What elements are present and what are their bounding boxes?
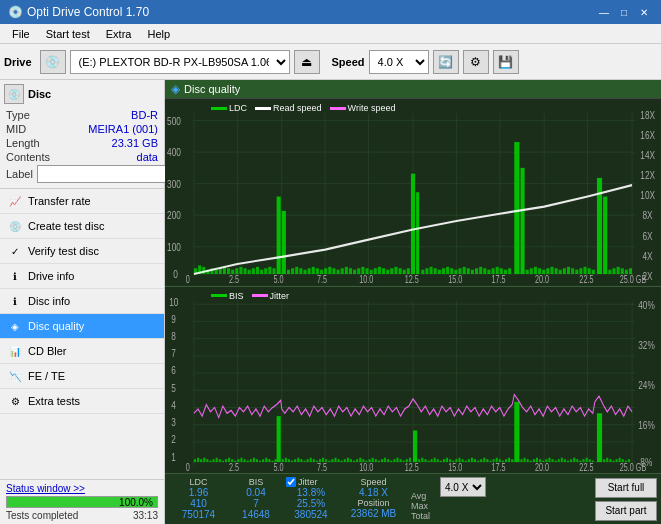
svg-rect-204 <box>222 460 224 461</box>
svg-rect-313 <box>567 460 569 461</box>
nav-disc-quality[interactable]: ◈ Disc quality <box>0 314 164 339</box>
svg-rect-140 <box>592 270 595 274</box>
titlebar: 💿 Opti Drive Control 1.70 — □ ✕ <box>0 0 661 24</box>
svg-rect-268 <box>424 459 426 462</box>
svg-rect-227 <box>294 459 296 462</box>
nav-extra-tests[interactable]: ⚙ Extra tests <box>0 389 164 414</box>
svg-rect-202 <box>216 457 218 461</box>
svg-rect-303 <box>536 457 538 461</box>
svg-rect-261 <box>400 459 402 462</box>
speed-select[interactable]: 4.0 X <box>369 50 429 74</box>
jitter-checkbox[interactable] <box>286 477 296 487</box>
disc-label-input[interactable] <box>37 165 170 183</box>
status-window-button[interactable]: Status window >> <box>6 483 85 494</box>
svg-rect-95 <box>399 268 402 274</box>
cd-bler-icon: 📊 <box>8 344 22 358</box>
svg-rect-63 <box>264 268 267 274</box>
svg-rect-275 <box>446 457 448 461</box>
disc-quality-header-icon: ◈ <box>171 82 180 96</box>
svg-rect-62 <box>260 270 263 274</box>
svg-rect-199 <box>206 459 208 462</box>
nav-extra-tests-label: Extra tests <box>28 395 80 407</box>
svg-rect-269 <box>427 460 429 461</box>
svg-rect-78 <box>337 270 340 274</box>
svg-rect-220 <box>268 459 270 462</box>
svg-rect-145 <box>625 270 628 274</box>
ldc-stat-avg: 1.96 <box>171 487 226 498</box>
maximize-button[interactable]: □ <box>615 4 633 20</box>
nav-cd-bler[interactable]: 📊 CD Bler <box>0 339 164 364</box>
bottom-chart-legend: BIS Jitter <box>207 289 293 303</box>
svg-rect-284 <box>474 459 476 462</box>
drive-select[interactable]: (E:) PLEXTOR BD-R PX-LB950SA 1.06 <box>70 50 290 74</box>
menu-file[interactable]: File <box>4 26 38 42</box>
svg-text:20.0: 20.0 <box>535 273 549 284</box>
svg-text:8: 8 <box>171 329 176 342</box>
nav-fe-te[interactable]: 📉 FE / TE <box>0 364 164 389</box>
svg-rect-318 <box>582 459 584 462</box>
bottom-chart-area: BIS Jitter 10 9 8 7 6 5 4 <box>165 287 661 474</box>
svg-rect-319 <box>586 457 588 461</box>
read-speed-legend-label: Read speed <box>273 103 322 113</box>
svg-rect-285 <box>477 460 479 461</box>
write-speed-legend-color <box>330 107 346 110</box>
avg-label: Avg <box>411 491 430 501</box>
disc-section-title: Disc <box>28 88 51 100</box>
menu-start-test[interactable]: Start test <box>38 26 98 42</box>
refresh-button[interactable]: 🔄 <box>433 50 459 74</box>
svg-rect-57 <box>248 270 251 274</box>
nav-create-test-disc[interactable]: 💿 Create test disc <box>0 214 164 239</box>
disc-type-value: BD-R <box>131 109 158 121</box>
menu-help[interactable]: Help <box>139 26 178 42</box>
svg-rect-76 <box>328 267 331 274</box>
start-part-button[interactable]: Start part <box>595 501 657 521</box>
nav-verify-test-disc[interactable]: ✓ Verify test disc <box>0 239 164 264</box>
chart-speed-select[interactable]: 4.0 X <box>440 477 486 497</box>
svg-rect-197 <box>200 459 202 462</box>
svg-rect-219 <box>265 457 267 461</box>
bis-stat-header: BIS <box>236 477 276 487</box>
svg-text:2: 2 <box>171 433 176 446</box>
status-row: Status window >> <box>6 483 158 494</box>
svg-rect-49 <box>215 270 218 274</box>
svg-rect-122 <box>526 270 529 274</box>
disc-section: 💿 Disc Type BD-R MID MEIRA1 (001) Length… <box>0 80 164 189</box>
settings-button[interactable]: ⚙ <box>463 50 489 74</box>
toolbar: Drive 💿 (E:) PLEXTOR BD-R PX-LB950SA 1.0… <box>0 44 661 80</box>
svg-rect-328 <box>619 457 621 461</box>
svg-rect-292 <box>499 459 501 462</box>
svg-rect-325 <box>609 459 611 462</box>
svg-rect-117 <box>514 142 519 274</box>
svg-rect-129 <box>555 268 558 274</box>
close-button[interactable]: ✕ <box>635 4 653 20</box>
minimize-button[interactable]: — <box>595 4 613 20</box>
svg-rect-280 <box>462 459 464 462</box>
start-full-button[interactable]: Start full <box>595 478 657 498</box>
save-button[interactable]: 💾 <box>493 50 519 74</box>
jitter-stat-header: Jitter <box>286 477 336 487</box>
eject-button[interactable]: ⏏ <box>294 50 320 74</box>
menu-extra[interactable]: Extra <box>98 26 140 42</box>
svg-text:10: 10 <box>169 295 179 308</box>
svg-rect-131 <box>563 268 566 274</box>
svg-rect-295 <box>508 457 510 461</box>
svg-text:20.0: 20.0 <box>535 461 549 472</box>
svg-text:4X: 4X <box>642 249 652 262</box>
svg-rect-230 <box>303 460 305 461</box>
svg-rect-263 <box>406 459 408 462</box>
nav-transfer-rate[interactable]: 📈 Transfer rate <box>0 189 164 214</box>
svg-rect-124 <box>534 267 537 274</box>
svg-rect-135 <box>579 268 582 274</box>
svg-rect-270 <box>431 459 433 462</box>
svg-text:5.0: 5.0 <box>274 461 284 472</box>
ldc-stat-total: 750174 <box>171 509 226 520</box>
nav-disc-info[interactable]: ℹ Disc info <box>0 289 164 314</box>
svg-rect-68 <box>295 267 298 274</box>
svg-text:6X: 6X <box>642 229 652 242</box>
extra-tests-icon: ⚙ <box>8 394 22 408</box>
svg-rect-218 <box>262 459 264 462</box>
nav-drive-info[interactable]: ℹ Drive info <box>0 264 164 289</box>
ldc-legend-label: LDC <box>229 103 247 113</box>
svg-rect-331 <box>628 459 630 462</box>
svg-rect-207 <box>231 459 233 462</box>
